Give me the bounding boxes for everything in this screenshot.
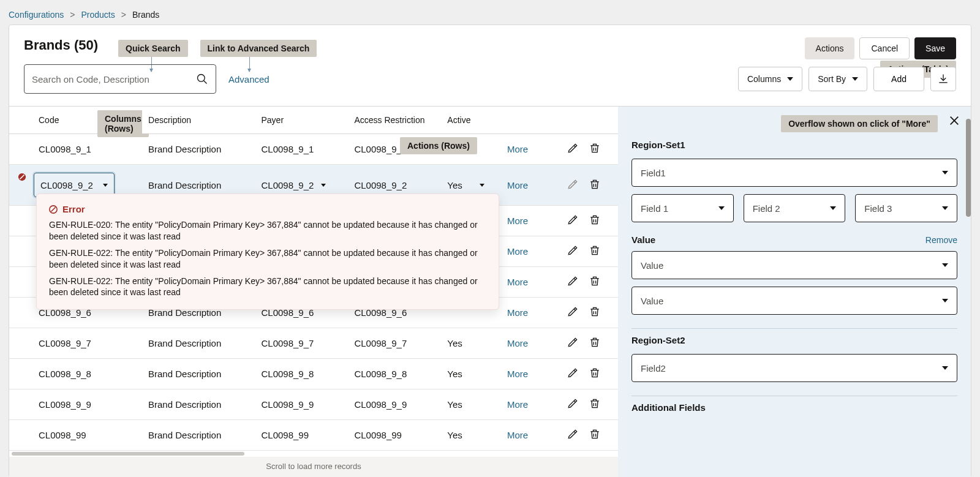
chevron-down-icon	[852, 77, 858, 81]
value-ph: Value	[641, 260, 663, 271]
content: Code Columns (Rows) Description Payer Ac…	[9, 106, 971, 477]
advanced-search-link[interactable]: Advanced	[228, 74, 270, 85]
chevron-down-icon	[787, 77, 793, 81]
additional-fields-title: Additional Fields	[631, 402, 957, 413]
more-link[interactable]: More	[507, 369, 528, 379]
value-select-2[interactable]: Value	[631, 287, 957, 315]
edit-row-button[interactable]	[567, 428, 579, 442]
access-cell: CL0098_9_8	[348, 359, 441, 389]
col-active: Active	[441, 107, 501, 134]
edit-row-button[interactable]	[567, 336, 579, 350]
chevron-down-icon	[103, 184, 108, 187]
error-popup: Error GEN-RULE-020: The entity "PolicyDo…	[36, 193, 499, 310]
pencil-icon	[567, 428, 579, 440]
more-link[interactable]: More	[507, 399, 528, 410]
more-link[interactable]: More	[507, 277, 528, 287]
delete-row-button[interactable]	[589, 336, 601, 350]
col-access: Access Restriction	[348, 107, 441, 134]
access-cell: CL0098_9_7	[348, 328, 441, 359]
edit-row-button[interactable]	[567, 275, 579, 289]
edit-row-button[interactable]	[567, 142, 579, 156]
description-cell: Brand Description	[142, 328, 255, 359]
callout-actions-rows: Actions (Rows)	[400, 137, 477, 154]
panel-divider	[631, 396, 957, 396]
chevron-down-icon[interactable]	[480, 184, 484, 187]
add-button[interactable]: Add	[873, 67, 924, 91]
search-input[interactable]	[32, 74, 196, 85]
code-cell-value: CL0098_9_2	[40, 180, 93, 190]
more-link[interactable]: More	[507, 430, 528, 440]
field2-full-select[interactable]: Field2	[631, 354, 957, 382]
delete-row-button[interactable]	[589, 428, 601, 442]
active-cell: Yes	[441, 328, 501, 359]
error-indicator-icon	[18, 173, 26, 181]
value-label: Value	[631, 235, 655, 245]
delete-row-button[interactable]	[589, 142, 601, 156]
delete-row-button[interactable]	[589, 306, 601, 320]
breadcrumb-separator: >	[115, 10, 132, 20]
table-row[interactable]: CL0098_99Brand DescriptionCL0098_99CL009…	[9, 420, 618, 451]
scrollbar-thumb[interactable]	[12, 452, 244, 456]
panel-vertical-scrollbar[interactable]	[966, 119, 971, 465]
table-row[interactable]: CL0098_9_9Brand DescriptionCL0098_9_9CL0…	[9, 389, 618, 420]
col-actions	[554, 107, 618, 134]
scroll-hint: Scroll to load more records	[9, 457, 618, 477]
access-cell: CL0098_9_9	[348, 389, 441, 420]
page-card: Brands (50) Actions Cancel Save Quick Se…	[9, 24, 971, 477]
edit-row-button[interactable]	[567, 244, 579, 258]
delete-row-button[interactable]	[589, 367, 601, 381]
remove-link[interactable]: Remove	[925, 235, 957, 245]
trash-icon	[589, 306, 601, 318]
field2-full-label: Field2	[641, 363, 666, 374]
field1-small[interactable]: Field 1	[631, 194, 734, 222]
edit-row-button[interactable]	[567, 178, 579, 192]
more-link[interactable]: More	[507, 338, 528, 348]
trash-icon	[589, 397, 601, 410]
active-cell: Yes	[441, 420, 501, 451]
edit-row-button[interactable]	[567, 367, 579, 381]
close-panel-button[interactable]	[949, 115, 960, 128]
value-select-1[interactable]: Value	[631, 251, 957, 279]
delete-row-button[interactable]	[589, 275, 601, 289]
delete-row-button[interactable]	[589, 397, 601, 411]
delete-row-button[interactable]	[589, 214, 601, 228]
breadcrumb-separator: >	[64, 10, 81, 20]
edit-row-button[interactable]	[567, 214, 579, 228]
chevron-down-icon	[942, 171, 948, 175]
delete-row-button[interactable]	[589, 244, 601, 258]
more-link[interactable]: More	[507, 307, 528, 318]
value-ph: Value	[641, 296, 663, 306]
col-code: Code	[39, 115, 59, 125]
more-link[interactable]: More	[507, 246, 528, 257]
download-button[interactable]	[930, 67, 956, 91]
pencil-icon	[567, 244, 579, 257]
field1-label: Field1	[641, 168, 666, 178]
more-link[interactable]: More	[507, 216, 528, 226]
search-box[interactable]	[24, 64, 216, 94]
chevron-down-icon	[942, 206, 948, 210]
edit-row-button[interactable]	[567, 306, 579, 320]
description-cell: Brand Description	[142, 134, 255, 165]
delete-row-button[interactable]	[589, 178, 601, 192]
chevron-down-icon[interactable]	[321, 184, 326, 187]
columns-selector[interactable]: Columns	[738, 67, 802, 91]
table-row[interactable]: CL0098_9_8Brand DescriptionCL0098_9_8CL0…	[9, 359, 618, 389]
horizontal-scrollbar[interactable]	[9, 451, 618, 457]
chevron-down-icon	[718, 206, 725, 210]
sortby-selector[interactable]: Sort By	[809, 67, 867, 91]
field2-small[interactable]: Field 2	[744, 194, 846, 222]
more-link[interactable]: More	[507, 144, 528, 154]
scrollbar-thumb[interactable]	[966, 119, 971, 217]
description-cell: Brand Description	[142, 420, 255, 451]
field1-select[interactable]: Field1	[631, 159, 957, 187]
edit-row-button[interactable]	[567, 397, 579, 411]
more-link[interactable]: More	[507, 180, 528, 190]
field3-small[interactable]: Field 3	[855, 194, 957, 222]
table-row[interactable]: CL0098_9_1Brand DescriptionCL0098_9_1CL0…	[9, 134, 618, 165]
breadcrumb-link-configurations[interactable]: Configurations	[9, 10, 64, 20]
breadcrumb-link-products[interactable]: Products	[81, 10, 115, 20]
col-more	[501, 107, 554, 134]
table-row[interactable]: CL0098_9_7Brand DescriptionCL0098_9_7CL0…	[9, 328, 618, 359]
pencil-icon	[567, 306, 579, 318]
active-cell: Yes	[441, 359, 501, 389]
